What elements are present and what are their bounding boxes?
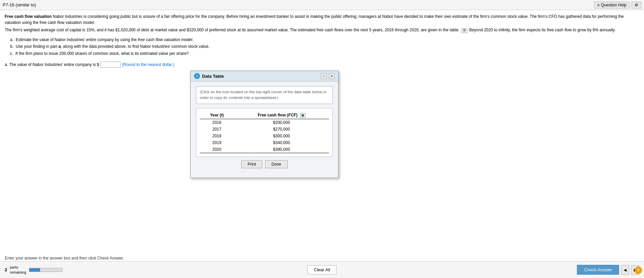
- parts-remaining-label: parts remaining: [10, 265, 26, 275]
- bottom-left: 2 parts remaining: [5, 265, 63, 275]
- year-cell: 2019: [200, 139, 234, 146]
- check-answer-button[interactable]: Check Answer: [577, 265, 619, 275]
- modal-footer: Print Done: [196, 157, 333, 173]
- year-cell: 2020: [200, 146, 234, 153]
- question-help-button[interactable]: ≡ Question Help: [594, 2, 630, 8]
- table-row: 2018$300,000: [200, 133, 329, 139]
- clear-all-button[interactable]: Clear All: [308, 265, 336, 274]
- part-c-desc: c. If the firm plans to issue 200,000 sh…: [10, 50, 629, 57]
- data-table-body: 2016$200,0002017$270,0002018$300,0002019…: [200, 119, 329, 153]
- table-row: 2020$390,000: [200, 146, 329, 153]
- table-row: 2016$200,000: [200, 119, 329, 126]
- answer-input[interactable]: [100, 62, 121, 68]
- fcf-cell: $270,000: [234, 126, 329, 133]
- info-icon: i: [194, 73, 200, 79]
- fcf-cell: $340,000: [234, 139, 329, 146]
- table-ref-icon[interactable]: ⊞: [462, 28, 467, 33]
- table-row: 2017$270,000: [200, 126, 329, 133]
- progress-bar: [29, 268, 63, 272]
- title-bar-right: ≡ Question Help ⚙: [594, 2, 641, 8]
- bottom-bar: 2 parts remaining Clear All Check Answer…: [0, 261, 644, 278]
- line2-text: The firm's weighted average cost of capi…: [5, 28, 459, 32]
- spreadsheet-copy-icon[interactable]: ⊞: [300, 113, 305, 118]
- answer-label: a. The value of Nabor Industries' entire…: [5, 62, 99, 67]
- intro-text: Nabor Industries is considering going pu…: [5, 14, 624, 25]
- progress-fill: [29, 268, 40, 272]
- data-table: Year (t) Free cash flow (FCF) ⊞ 2016$200…: [200, 112, 329, 153]
- parts-remaining-count: 2: [5, 267, 7, 272]
- year-cell: 2017: [200, 126, 234, 133]
- year-cell: 2016: [200, 119, 234, 126]
- problem-text: Free cash flow valuation Nabor Industrie…: [5, 13, 629, 33]
- year-header: Year (t): [200, 112, 234, 119]
- part-b-desc: b. Use your finding in part a, along wit…: [10, 43, 629, 50]
- print-button[interactable]: Print: [241, 160, 262, 168]
- table-row: 2019$340,000: [200, 139, 329, 146]
- close-button[interactable]: ×: [329, 73, 335, 79]
- minimize-button[interactable]: −: [321, 73, 327, 79]
- modal-header: i Data Table − ×: [191, 71, 338, 81]
- year-cell: 2018: [200, 133, 234, 139]
- parts-list: a. Estimate the value of Nabor Industrie…: [10, 36, 629, 57]
- fcf-cell: $200,000: [234, 119, 329, 126]
- prev-button[interactable]: ◄: [621, 265, 629, 275]
- list-icon: ≡: [597, 3, 600, 7]
- question-help-label: Question Help: [601, 3, 626, 7]
- modal-title: Data Table: [202, 74, 224, 79]
- problem-title: Free cash flow valuation: [5, 14, 52, 19]
- line2b-text: Beyond 2020 to infinity, the firm expect…: [469, 28, 615, 32]
- modal-instruction: (Click on the icon located on the top-ri…: [196, 86, 333, 104]
- help-icon[interactable]: ?: [635, 267, 642, 274]
- main-content: Free cash flow valuation Nabor Industrie…: [0, 10, 633, 71]
- fcf-header: Free cash flow (FCF) ⊞: [234, 112, 329, 119]
- modal-header-left: i Data Table: [194, 73, 224, 79]
- bottom-right: Check Answer ◄ ►: [577, 265, 639, 275]
- enter-answer-text: Enter your answer in the answer box and …: [5, 256, 124, 260]
- done-button[interactable]: Done: [265, 160, 288, 168]
- bottom-center: Clear All: [308, 265, 336, 274]
- settings-icon: ⚙: [635, 3, 638, 7]
- answer-line: a. The value of Nabor Industries' entire…: [5, 62, 629, 68]
- data-table-modal: i Data Table − × (Click on the icon loca…: [190, 71, 339, 178]
- modal-header-right: − ×: [321, 73, 335, 79]
- part-a-desc: a. Estimate the value of Nabor Industrie…: [10, 36, 629, 43]
- modal-body: (Click on the icon located on the top-ri…: [191, 81, 338, 178]
- title-bar: P7-16 (similar to) ≡ Question Help ⚙: [0, 0, 644, 10]
- data-table-container: Year (t) Free cash flow (FCF) ⊞ 2016$200…: [196, 108, 333, 157]
- round-note: (Round to the nearest dollar.): [122, 62, 174, 67]
- fcf-cell: $300,000: [234, 133, 329, 139]
- page-title: P7-16 (similar to): [3, 2, 36, 7]
- fcf-cell: $390,000: [234, 146, 329, 153]
- settings-button[interactable]: ⚙: [632, 2, 641, 8]
